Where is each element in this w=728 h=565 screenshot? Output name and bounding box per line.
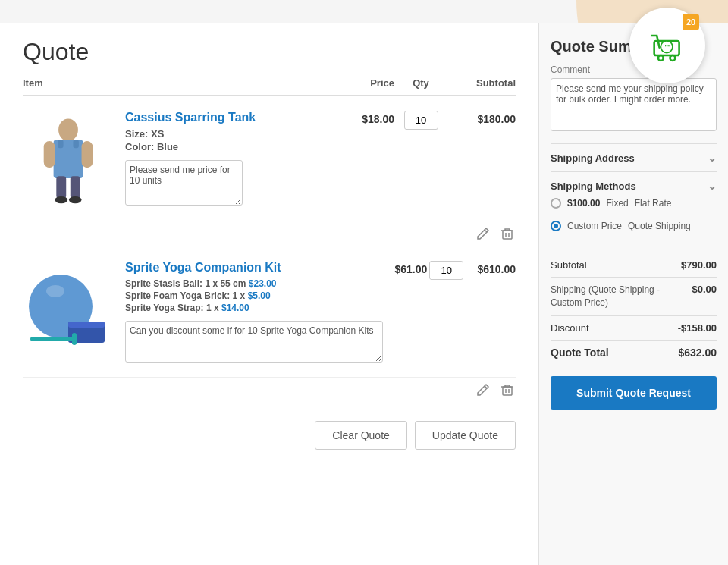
svg-rect-15 (73, 140, 78, 148)
svg-point-13 (69, 196, 82, 203)
method-2-name: Quote Shipping (628, 221, 691, 231)
svg-rect-16 (503, 231, 512, 239)
cart-badge: 20 (682, 14, 699, 30)
bundle-item-1: Sprite Stasis Ball: 1 x 55 cm $23.00 (125, 278, 383, 289)
quote-total-value: $632.00 (678, 347, 717, 359)
quote-total-row: Quote Total $632.00 (551, 340, 717, 365)
product-qty-1 (394, 111, 447, 130)
table-row: Cassius Sparring Tank Size: XS Color: Bl… (23, 99, 516, 221)
svg-point-6 (58, 119, 78, 142)
product-details-2: Sprite Yoga Companion Kit Sprite Stasis … (114, 261, 383, 366)
delete-icon-2[interactable] (499, 381, 516, 398)
svg-rect-22 (68, 322, 105, 328)
chevron-down-icon: ⌄ (708, 152, 717, 164)
bundle-item-3: Sprite Yoga Strap: 1 x $14.00 (125, 303, 383, 313)
header-price: Price (334, 77, 394, 89)
discount-row: Discount -$158.00 (551, 315, 717, 340)
product-image-1 (23, 111, 114, 209)
clear-quote-button[interactable]: Clear Quote (315, 421, 406, 450)
shipping-value: $0.00 (692, 284, 717, 309)
cart-icon-container[interactable]: " " 20 (629, 8, 705, 83)
product-thumbnail-2 (27, 265, 110, 356)
method-1-type: Fixed (606, 198, 628, 209)
subtotal-value: $790.00 (681, 259, 717, 271)
product-qty-2 (427, 261, 466, 280)
qty-input-2[interactable] (429, 261, 463, 280)
product-price-1: $18.00 (334, 111, 394, 125)
svg-text:": " (667, 43, 670, 51)
edit-icon-2[interactable] (475, 381, 491, 398)
table-row: Sprite Yoga Companion Kit Sprite Stasis … (23, 250, 516, 378)
product-name-1: Cassius Sparring Tank (125, 111, 334, 124)
subtotal-label: Subtotal (551, 259, 587, 271)
submit-quote-button[interactable]: Submit Quote Request (551, 376, 717, 410)
shipping-address-section: Shipping Address ⌄ (551, 143, 717, 171)
shipping-address-header[interactable]: Shipping Address ⌄ (551, 152, 717, 164)
row-actions-1 (23, 221, 516, 250)
row-actions-2 (23, 378, 516, 406)
discount-value: -$158.00 (678, 322, 717, 334)
page-title: Quote (23, 38, 516, 66)
main-container: Quote Item Price Qty Subtotal (0, 23, 728, 565)
qty-input-1[interactable] (404, 111, 438, 130)
product-price-2: $61.00 (383, 261, 427, 275)
chevron-down-icon-2: ⌄ (708, 180, 717, 192)
svg-rect-23 (30, 337, 76, 341)
radio-method-1[interactable] (551, 198, 561, 209)
product-details-1: Cassius Sparring Tank Size: XS Color: Bl… (114, 111, 334, 209)
cart-icon: " " (648, 26, 687, 65)
update-quote-button[interactable]: Update Quote (415, 421, 516, 450)
method-1-price: $100.00 (567, 198, 600, 209)
svg-rect-24 (72, 333, 77, 345)
discount-label: Discount (551, 322, 589, 334)
method-2-type: Custom Price (567, 221, 622, 231)
svg-rect-11 (71, 176, 80, 199)
header-item: Item (23, 77, 334, 89)
shipping-methods-header[interactable]: Shipping Methods ⌄ (551, 180, 717, 192)
header-qty: Qty (394, 77, 447, 89)
shipping-label: Shipping (Quote Shipping - Custom Price) (551, 284, 692, 309)
product-color-1: Color: Blue (125, 141, 334, 152)
header-subtotal: Subtotal (447, 77, 516, 89)
svg-rect-25 (503, 387, 512, 395)
shipping-method-1[interactable]: $100.00 Fixed Flat Rate (551, 192, 717, 215)
product-comment-1[interactable]: Please send me price for 10 units (125, 160, 243, 206)
shipping-methods-section: Shipping Methods ⌄ $100.00 Fixed Flat Ra… (551, 171, 717, 245)
svg-rect-10 (56, 176, 66, 199)
edit-icon-1[interactable] (475, 225, 491, 242)
svg-rect-14 (58, 140, 63, 148)
svg-rect-9 (82, 141, 93, 168)
shipping-row: Shipping (Quote Shipping - Custom Price)… (551, 277, 717, 315)
summary-panel: Quote Summary Comment Please send me you… (538, 23, 728, 565)
shipping-address-label: Shipping Address (551, 152, 635, 164)
svg-point-2 (670, 55, 675, 61)
svg-rect-8 (44, 141, 55, 168)
product-image-2 (23, 261, 114, 359)
quote-panel: Quote Item Price Qty Subtotal (0, 23, 538, 565)
subtotal-row: Subtotal $790.00 (551, 253, 717, 277)
product-subtotal-1: $180.00 (447, 111, 516, 125)
delete-icon-1[interactable] (499, 225, 516, 242)
bundle-item-2: Sprite Foam Yoga Brick: 1 x $5.00 (125, 290, 383, 301)
svg-point-1 (658, 55, 664, 61)
summary-totals: Subtotal $790.00 Shipping (Quote Shippin… (551, 253, 717, 365)
shipping-method-2[interactable]: Custom Price Quote Shipping (551, 215, 717, 237)
shipping-methods-label: Shipping Methods (551, 180, 636, 192)
quote-actions: Clear Quote Update Quote (23, 421, 516, 465)
product-size-1: Size: XS (125, 128, 334, 140)
method-1-name: Flat Rate (635, 198, 672, 209)
product-thumbnail-1 (34, 115, 102, 206)
table-header: Item Price Qty Subtotal (23, 77, 516, 96)
summary-comment[interactable]: Please send me your shipping policy for … (551, 78, 717, 131)
svg-point-12 (55, 196, 67, 203)
product-comment-2[interactable]: Can you discount some if for 10 Sprite Y… (125, 321, 383, 363)
product-subtotal-2: $610.00 (466, 261, 516, 275)
radio-method-2[interactable] (551, 221, 561, 231)
svg-point-20 (46, 285, 64, 297)
product-name-2: Sprite Yoga Companion Kit (125, 261, 383, 275)
quote-total-label: Quote Total (551, 347, 609, 359)
